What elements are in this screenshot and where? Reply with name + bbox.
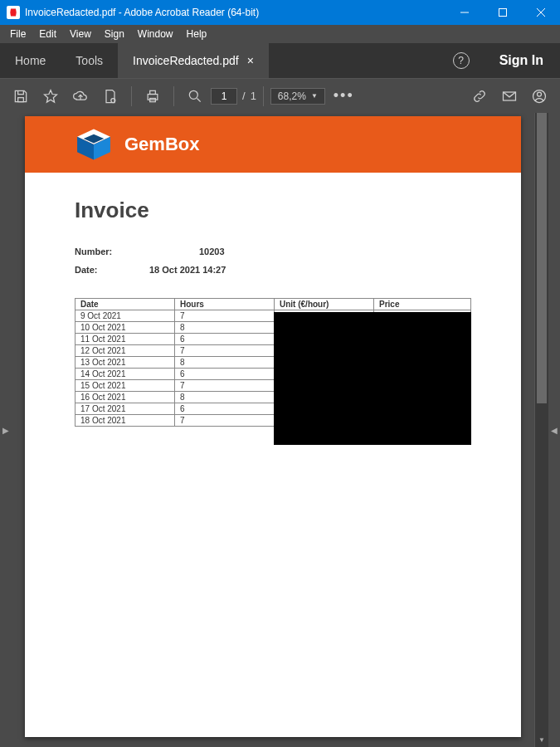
menu-help[interactable]: Help: [180, 28, 214, 40]
col-hours: Hours: [175, 299, 275, 310]
brand-name: GemBox: [124, 134, 199, 155]
menubar: File Edit View Sign Window Help: [0, 25, 560, 43]
date-value: 18 Oct 2021 14:27: [149, 265, 226, 275]
sign-in-button[interactable]: Sign In: [483, 43, 560, 78]
pdf-page: GemBox Invoice Number: 10203 Date: 18 Oc…: [25, 116, 521, 737]
more-icon[interactable]: •••: [327, 87, 361, 105]
print-icon[interactable]: [139, 82, 167, 110]
menu-view[interactable]: View: [63, 28, 98, 40]
gembox-logo-icon: [75, 128, 113, 161]
right-panel-toggle[interactable]: ◀: [548, 113, 560, 747]
svg-rect-4: [18, 97, 24, 101]
tab-tools[interactable]: Tools: [61, 43, 118, 78]
document-banner: GemBox: [25, 116, 521, 173]
document-area[interactable]: GemBox Invoice Number: 10203 Date: 18 Oc…: [12, 113, 534, 747]
page-total: 1: [251, 90, 256, 102]
number-label: Number:: [75, 247, 149, 256]
vertical-scrollbar[interactable]: ▼: [534, 113, 548, 747]
cloud-upload-icon[interactable]: [66, 82, 95, 110]
scrollbar-thumb[interactable]: [537, 113, 547, 403]
page-current-input[interactable]: [211, 88, 237, 105]
menu-edit[interactable]: Edit: [32, 28, 63, 40]
close-tab-icon[interactable]: ×: [247, 54, 254, 67]
close-button[interactable]: [522, 0, 560, 25]
tab-home[interactable]: Home: [0, 43, 61, 78]
menu-sign[interactable]: Sign: [98, 28, 131, 40]
help-icon[interactable]: ?: [453, 52, 470, 69]
scrollbar-down-icon[interactable]: ▼: [535, 733, 548, 747]
zoom-value: 68,2%: [278, 90, 306, 102]
date-label: Date:: [75, 265, 149, 275]
page-sep: /: [242, 90, 246, 102]
tab-document[interactable]: InvoiceRedacted.pdf ×: [118, 43, 269, 78]
menu-window[interactable]: Window: [131, 28, 180, 40]
profile-icon[interactable]: [525, 82, 553, 110]
document-viewer: ▶ GemBox Invoice Number: 10203 Date:: [0, 113, 560, 747]
minimize-button[interactable]: [446, 0, 484, 25]
svg-rect-6: [148, 94, 158, 100]
left-panel-toggle[interactable]: ▶: [0, 113, 12, 747]
tabbar: Home Tools InvoiceRedacted.pdf × ? Sign …: [0, 43, 560, 78]
svg-rect-1: [499, 9, 507, 17]
link-share-icon[interactable]: [465, 82, 494, 110]
redaction-block: [274, 312, 471, 445]
svg-rect-7: [150, 90, 156, 94]
titlebar: InvoiceRedacted.pdf - Adobe Acrobat Read…: [0, 0, 560, 25]
invoice-heading: Invoice: [75, 198, 471, 223]
tab-document-label: InvoiceRedacted.pdf: [133, 54, 239, 67]
col-date: Date: [75, 299, 175, 310]
col-price: Price: [374, 299, 471, 310]
maximize-button[interactable]: [484, 0, 522, 25]
page-navigator: / 1: [211, 88, 256, 105]
zoom-icon[interactable]: [181, 82, 209, 110]
toolbar: / 1 68,2% ▼ •••: [0, 78, 560, 113]
page-lock-icon[interactable]: [96, 82, 124, 110]
col-unit: Unit (€/hour): [275, 299, 374, 310]
save-icon[interactable]: [7, 82, 35, 110]
invoice-table-wrap: Date Hours Unit (€/hour) Price 9 Oct 202…: [75, 298, 471, 427]
number-value: 10203: [199, 247, 225, 256]
star-icon[interactable]: [37, 82, 65, 110]
svg-point-9: [189, 90, 197, 99]
chevron-down-icon: ▼: [311, 92, 318, 100]
zoom-dropdown[interactable]: 68,2% ▼: [270, 88, 325, 105]
svg-line-10: [197, 98, 201, 101]
svg-point-13: [538, 92, 542, 96]
mail-icon[interactable]: [495, 82, 523, 110]
menu-file[interactable]: File: [3, 28, 32, 40]
acrobat-icon: [7, 6, 20, 19]
window-title: InvoiceRedacted.pdf - Adobe Acrobat Read…: [25, 7, 446, 18]
